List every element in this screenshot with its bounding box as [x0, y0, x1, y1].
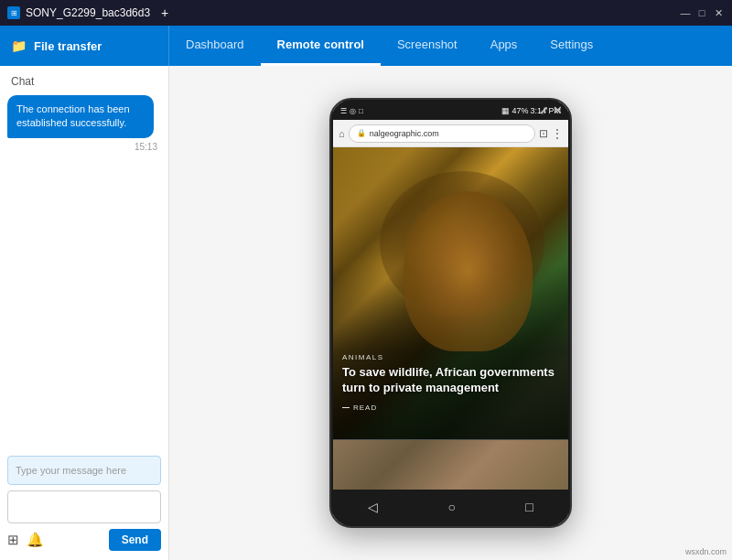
battery-icon: ▦	[501, 106, 510, 115]
chat-messages: The connection has been established succ…	[7, 95, 161, 448]
browser-bar: ⌂ 🔒 nalgeographic.com ⊡ ⋮	[333, 120, 568, 147]
window-controls: — □ ✕	[679, 6, 725, 19]
status-icon-1: ☰	[340, 107, 347, 115]
tab-remote-control[interactable]: Remote control	[261, 26, 381, 66]
status-icon-2: ◎	[350, 107, 356, 115]
home-icon[interactable]: ⌂	[339, 128, 345, 139]
back-btn[interactable]: ◁	[368, 500, 378, 514]
watermark: wsxdn.com	[685, 547, 727, 556]
title-bar: ⊞ SONY_G2299_bac3d6d3 + — □ ✕	[0, 0, 732, 26]
tab-screenshot[interactable]: Screenshot	[381, 26, 474, 66]
chat-bubble: The connection has been established succ…	[7, 95, 154, 138]
chat-time: 15:13	[7, 142, 161, 152]
phone-expand-btn[interactable]: ⤢	[539, 103, 549, 117]
nav-bar: 📁 File transfer Dashboard Remote control…	[0, 26, 732, 66]
read-label: READ	[353, 404, 377, 412]
notification-icon[interactable]: 🔔	[27, 532, 44, 548]
tab-settings[interactable]: Settings	[533, 26, 609, 66]
status-bar: ☰ ◎ □ ▦ 47% 3:14 PM	[333, 102, 568, 120]
battery-level: 47%	[511, 106, 528, 115]
article-read[interactable]: READ	[342, 404, 559, 412]
chat-input-placeholder[interactable]: Type your message here	[7, 456, 161, 485]
attachment-icon[interactable]: ⊞	[7, 532, 19, 548]
chat-icon-group: ⊞ 🔔	[7, 532, 44, 548]
url-bar[interactable]: 🔒 nalgeographic.com	[349, 124, 535, 143]
chat-actions: ⊞ 🔔 Send	[7, 529, 161, 551]
new-tab-btn[interactable]: +	[156, 5, 174, 20]
tab-dashboard[interactable]: Dashboard	[169, 26, 261, 66]
chat-label: Chat	[7, 75, 161, 88]
phone-nav-bar: ◁ ○ □	[333, 490, 568, 524]
main-layout: Chat The connection has been established…	[0, 66, 732, 560]
phone-close-btn[interactable]: ✕	[553, 103, 563, 117]
chat-input-field[interactable]	[7, 490, 161, 523]
file-transfer-icon: 📁	[11, 38, 27, 53]
article-title: To save wildlife, African governments tu…	[342, 365, 559, 396]
recents-btn[interactable]: □	[525, 500, 533, 514]
thumbnail-strip	[333, 439, 568, 490]
nav-tabs: Dashboard Remote control Screenshot Apps…	[169, 26, 609, 66]
tab-apps[interactable]: Apps	[474, 26, 534, 66]
status-left-icons: ☰ ◎ □	[340, 107, 363, 115]
browser-actions: ⊡ ⋮	[539, 127, 563, 140]
close-btn[interactable]: ✕	[712, 6, 725, 19]
phone-content: ANIMALS To save wildlife, African govern…	[333, 147, 568, 439]
chat-input-area: Type your message here ⊞ 🔔 Send	[7, 448, 161, 551]
lock-icon: 🔒	[357, 129, 366, 137]
brand-label: File transfer	[34, 39, 102, 53]
home-btn[interactable]: ○	[448, 500, 456, 514]
read-line-icon	[342, 407, 350, 408]
bookmark-icon[interactable]: ⊡	[539, 127, 548, 140]
title-bar-left: ⊞ SONY_G2299_bac3d6d3 +	[7, 5, 174, 20]
sidebar: Chat The connection has been established…	[0, 66, 169, 560]
url-text: nalgeographic.com	[370, 129, 439, 138]
menu-icon[interactable]: ⋮	[552, 127, 563, 140]
phone-top-controls: ⤢ ✕	[539, 103, 563, 117]
phone-mockup: ⤢ ✕ ☰ ◎ □ ▦ 47% 3:14 PM	[329, 98, 572, 528]
content-area: ⤢ ✕ ☰ ◎ □ ▦ 47% 3:14 PM	[169, 66, 732, 560]
article-overlay: ANIMALS To save wildlife, African govern…	[342, 353, 559, 412]
window-title: SONY_G2299_bac3d6d3	[26, 6, 150, 19]
article-category: ANIMALS	[342, 353, 559, 361]
send-button[interactable]: Send	[109, 529, 161, 551]
app-icon: ⊞	[7, 6, 20, 19]
status-icon-3: □	[359, 107, 363, 115]
phone-screen: ☰ ◎ □ ▦ 47% 3:14 PM ⌂ 🔒 nalgeogra	[333, 102, 568, 524]
lion-face-detail	[404, 191, 533, 351]
brand-section: 📁 File transfer	[0, 26, 169, 66]
minimize-btn[interactable]: —	[679, 6, 692, 19]
maximize-btn[interactable]: □	[695, 6, 708, 19]
